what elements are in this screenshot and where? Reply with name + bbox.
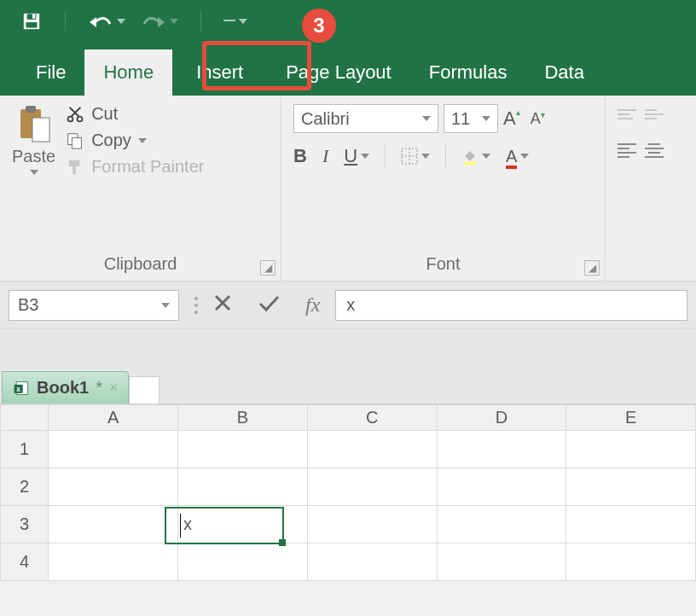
- cancel-edit-button[interactable]: [213, 293, 232, 317]
- column-header-d[interactable]: D: [437, 405, 566, 431]
- font-dialog-launcher[interactable]: ◢: [584, 260, 600, 276]
- workbook-tab-close[interactable]: ×: [109, 379, 119, 397]
- font-size-combo[interactable]: 11: [444, 104, 498, 133]
- tab-page-layout[interactable]: Page Layout: [267, 49, 410, 96]
- copy-button[interactable]: Copy: [66, 131, 204, 150]
- clipboard-dialog-launcher[interactable]: ◢: [260, 260, 276, 276]
- annotation-badge: 3: [302, 9, 336, 43]
- formula-input[interactable]: x: [335, 290, 687, 321]
- ribbon-tabstrip: File Home Insert Page Layout Formulas Da…: [0, 43, 696, 96]
- x-icon: [213, 293, 232, 312]
- align-top-button[interactable]: [618, 109, 636, 119]
- cell-d3[interactable]: [437, 506, 566, 543]
- svg-rect-11: [72, 137, 81, 148]
- cell-b1[interactable]: [178, 431, 308, 468]
- column-header-b[interactable]: B: [178, 405, 308, 431]
- new-workbook-tab[interactable]: [129, 376, 160, 404]
- font-name-value: Calibri: [301, 109, 350, 129]
- group-clipboard: Paste Cut Copy: [0, 96, 281, 281]
- paste-button[interactable]: Paste: [12, 104, 55, 177]
- bold-button[interactable]: B: [293, 145, 307, 167]
- select-all-corner[interactable]: [1, 405, 49, 431]
- row-header-3[interactable]: 3: [1, 506, 49, 543]
- tab-file[interactable]: File: [17, 49, 84, 96]
- italic-button[interactable]: I: [322, 145, 328, 167]
- align-middle-button[interactable]: [645, 109, 664, 119]
- tab-home[interactable]: Home: [84, 49, 172, 96]
- qat-customize[interactable]: [223, 19, 247, 24]
- workbook-modified-indicator: *: [96, 378, 102, 398]
- confirm-edit-button[interactable]: [258, 293, 280, 317]
- cell-b3[interactable]: x: [178, 506, 308, 543]
- align-center-button[interactable]: [645, 143, 664, 158]
- cell-c3[interactable]: [307, 506, 437, 543]
- font-name-combo[interactable]: Calibri: [293, 104, 438, 133]
- cell-c4[interactable]: [307, 543, 437, 581]
- cell-a3[interactable]: [49, 506, 178, 543]
- ribbon: Paste Cut Copy: [0, 96, 696, 282]
- quick-access-toolbar: [0, 0, 696, 43]
- underline-button[interactable]: U: [344, 145, 369, 167]
- align-left-button[interactable]: [618, 143, 636, 158]
- name-box[interactable]: B3: [9, 290, 179, 321]
- font-group-label: Font: [293, 249, 593, 277]
- column-header-a[interactable]: A: [49, 405, 178, 431]
- workbook-tab-book1[interactable]: x Book1 * ×: [2, 371, 129, 404]
- edit-cursor: [180, 514, 181, 538]
- cell-d1[interactable]: [437, 431, 566, 468]
- svg-rect-4: [32, 14, 35, 18]
- undo-button[interactable]: [88, 12, 125, 31]
- cut-button[interactable]: Cut: [66, 104, 204, 124]
- group-font: Calibri 11 A▴ A▾ B I U: [281, 96, 606, 281]
- redo-button[interactable]: [141, 12, 178, 31]
- cell-d4[interactable]: [437, 543, 566, 581]
- tab-insert[interactable]: Insert: [172, 49, 267, 96]
- name-box-value: B3: [18, 295, 38, 315]
- spreadsheet-grid[interactable]: A B C D E 1 2 3 x: [0, 404, 696, 581]
- format-painter-button[interactable]: Format Painter: [66, 157, 204, 177]
- row-header-2[interactable]: 2: [1, 468, 49, 506]
- cell-a1[interactable]: [49, 431, 178, 468]
- cell-d2[interactable]: [437, 468, 566, 506]
- redo-icon: [141, 12, 166, 31]
- cell-b4[interactable]: [178, 543, 308, 581]
- row-header-1[interactable]: 1: [1, 431, 49, 468]
- grow-font-button[interactable]: A▴: [503, 108, 520, 130]
- cell-e4[interactable]: [566, 543, 696, 581]
- workbook-tab-label: Book1: [37, 378, 89, 398]
- borders-button[interactable]: [401, 148, 430, 165]
- cell-a4[interactable]: [49, 543, 178, 581]
- insert-function-button[interactable]: fx: [305, 293, 320, 317]
- borders-icon: [401, 148, 418, 165]
- cell-c2[interactable]: [307, 468, 437, 506]
- save-icon: [20, 10, 43, 32]
- save-button[interactable]: [20, 10, 43, 32]
- svg-rect-17: [464, 162, 476, 165]
- font-size-value: 11: [451, 109, 470, 129]
- cell-e3[interactable]: [566, 506, 696, 543]
- cell-c1[interactable]: [307, 431, 437, 468]
- svg-rect-7: [32, 118, 49, 142]
- formula-bar-grip[interactable]: [194, 297, 198, 314]
- fill-color-button[interactable]: [461, 148, 490, 165]
- cell-e1[interactable]: [566, 431, 696, 468]
- format-painter-label: Format Painter: [91, 157, 204, 177]
- column-header-c[interactable]: C: [307, 405, 437, 431]
- check-icon: [258, 293, 280, 312]
- formula-bar: B3 fx x: [0, 282, 696, 329]
- cell-b2[interactable]: [178, 468, 308, 506]
- copy-icon: [66, 131, 84, 150]
- tab-data[interactable]: Data: [525, 49, 602, 96]
- excel-file-icon: x: [13, 380, 30, 397]
- tab-formulas[interactable]: Formulas: [410, 49, 526, 96]
- cell-a2[interactable]: [49, 468, 178, 506]
- cell-e2[interactable]: [566, 468, 696, 506]
- font-color-button[interactable]: A: [506, 147, 529, 166]
- shrink-font-button[interactable]: A▾: [531, 110, 545, 128]
- svg-rect-6: [26, 106, 36, 113]
- column-header-e[interactable]: E: [566, 405, 696, 431]
- svg-rect-12: [69, 160, 80, 166]
- svg-rect-13: [72, 166, 76, 174]
- row-header-4[interactable]: 4: [1, 543, 49, 581]
- paste-icon: [17, 104, 51, 143]
